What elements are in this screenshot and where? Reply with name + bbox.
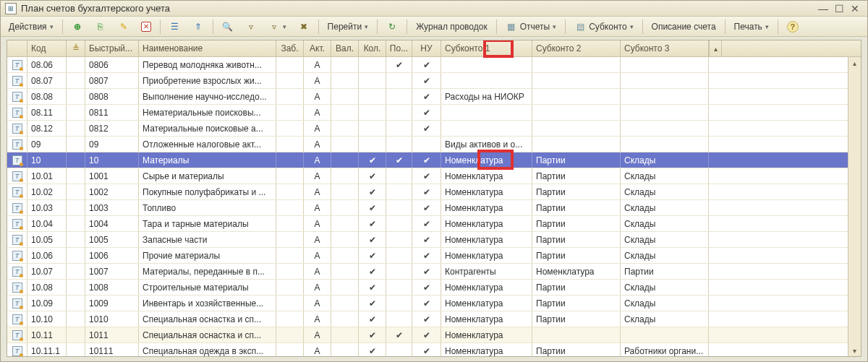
col-sort-indicator[interactable]: ≜ <box>67 40 85 56</box>
cell-subkonto2: Партии <box>532 168 621 184</box>
col-subkonto1[interactable]: Субконто 1 <box>441 40 532 56</box>
print-menu[interactable]: Печать ▾ <box>729 19 774 35</box>
minimize-button[interactable]: — <box>815 2 831 15</box>
level-up-button[interactable]: ⇑ <box>187 19 209 35</box>
col-name[interactable]: Наименование <box>139 40 276 56</box>
table-row[interactable]: T08.120812Материальные поисковые а...А✔ <box>7 121 861 137</box>
cell-subkonto1: Номенклатура <box>441 343 532 356</box>
cell-akt: А <box>304 232 331 247</box>
table-row[interactable]: T08.080808Выполнение научно-исследо...А✔… <box>7 89 861 105</box>
cell-zab <box>276 343 304 356</box>
cell-kol: ✔ <box>359 152 386 168</box>
cell-akt: А <box>304 200 331 215</box>
help-button[interactable]: ? <box>782 19 804 35</box>
close-button[interactable]: ✕ <box>847 2 863 15</box>
add-copy-button[interactable]: ⎘ <box>90 19 111 35</box>
cell-sort <box>67 73 85 88</box>
col-val[interactable]: Вал. <box>331 40 359 56</box>
hierarchy-button[interactable]: ☰ <box>164 19 186 35</box>
description-button[interactable]: Описание счета <box>647 19 721 35</box>
table-row[interactable]: T08.060806Перевод молодняка животн...А✔✔ <box>7 57 861 73</box>
col-fast[interactable]: Быстрый... <box>85 40 139 56</box>
find-button[interactable]: 🔍 <box>217 19 239 35</box>
col-kol[interactable]: Кол. <box>359 40 386 56</box>
col-nu[interactable]: НУ <box>412 40 441 56</box>
row-icon-cell: T <box>7 57 27 72</box>
cell-fast: 0808 <box>85 89 139 104</box>
maximize-button[interactable]: ☐ <box>831 2 847 15</box>
add-button[interactable]: ⊕ <box>67 19 88 35</box>
journal-button[interactable]: Журнал проводок <box>411 19 493 35</box>
cell-val <box>331 343 359 356</box>
cell-name: Строительные материалы <box>139 280 276 295</box>
table-row[interactable]: T10.021002Покупные полуфабрикаты и ...А✔… <box>7 184 861 200</box>
caret-icon: ▾ <box>553 23 556 30</box>
cell-subkonto3: Склады <box>621 248 709 263</box>
cell-fast: 0806 <box>85 57 139 72</box>
cell-subkonto3 <box>621 105 709 120</box>
table-row[interactable]: T10.051005Запасные частиА✔✔НоменклатураП… <box>7 232 861 248</box>
grid-body[interactable]: ▴ ▾ T08.060806Перевод молодняка животн..… <box>7 57 861 356</box>
cell-val <box>331 168 359 184</box>
cell-sort <box>67 121 85 136</box>
col-subkonto2[interactable]: Субконто 2 <box>532 40 621 56</box>
refresh-button[interactable]: ↻ <box>381 19 403 35</box>
cell-kod: 08.07 <box>27 73 67 88</box>
col-po[interactable]: По... <box>386 40 412 56</box>
cell-fast: 0811 <box>85 105 139 120</box>
edit-button[interactable]: ✎ <box>113 19 135 35</box>
scroll-up-icon[interactable]: ▴ <box>713 43 718 54</box>
actions-menu[interactable]: Действия ▾ <box>4 19 59 35</box>
cell-sort <box>67 137 85 152</box>
cell-akt: А <box>304 327 331 342</box>
cell-po <box>386 311 412 327</box>
col-zab[interactable]: Заб. <box>276 40 304 56</box>
scroll-down-button[interactable]: ▾ <box>848 345 860 356</box>
cell-nu: ✔ <box>412 232 441 247</box>
delete-button[interactable]: ✕ <box>136 19 156 35</box>
cell-akt: А <box>304 216 331 231</box>
cell-zab <box>276 168 304 184</box>
reports-menu[interactable]: ▦ Отчеты ▾ <box>501 19 561 35</box>
clear-filter-button[interactable]: ✖ <box>293 19 315 35</box>
table-row[interactable]: T10.061006Прочие материалыА✔✔Номенклатур… <box>7 248 861 264</box>
table-row[interactable]: T08.070807Приобретение взрослых жи...А✔ <box>7 73 861 89</box>
cell-subkonto2: Партии <box>532 232 621 247</box>
scroll-up-button[interactable]: ▴ <box>848 57 860 69</box>
table-row[interactable]: T10.081008Строительные материалыА✔✔Номен… <box>7 280 861 296</box>
cell-kol <box>359 105 386 120</box>
table-row[interactable]: T10.11.110111Специальная одежда в эксп..… <box>7 343 861 356</box>
col-icon[interactable] <box>7 40 27 56</box>
col-subkonto3[interactable]: Субконто 3 <box>621 40 709 56</box>
cell-sort <box>67 232 85 247</box>
cell-subkonto2: Партии <box>532 184 621 199</box>
table-row[interactable]: T10.111011Специальная оснастка и сп...А✔… <box>7 327 861 343</box>
subkonto-menu[interactable]: ▤ Субконто ▾ <box>569 19 638 35</box>
table-row[interactable]: T10.091009Инвентарь и хозяйственные...А✔… <box>7 296 861 311</box>
goto-menu[interactable]: Перейти ▾ <box>323 19 374 35</box>
cell-name: Приобретение взрослых жи... <box>139 73 276 88</box>
cell-subkonto1: Номенклатура <box>441 248 532 263</box>
table-row[interactable]: T0909Отложенные налоговые акт...АВиды ак… <box>7 137 861 152</box>
table-row[interactable]: T08.110811Нематериальные поисковы...А✔ <box>7 105 861 121</box>
filter-menu-button[interactable]: ▿▾ <box>263 19 292 35</box>
cell-kol: ✔ <box>359 264 386 279</box>
table-row[interactable]: T10.011001Сырье и материалыА✔✔Номенклату… <box>7 168 861 184</box>
cell-subkonto1: Номенклатура <box>441 168 532 184</box>
cell-val <box>331 105 359 120</box>
filter-button[interactable]: ▿ <box>240 19 262 35</box>
cell-po: ✔ <box>386 327 412 342</box>
cell-nu: ✔ <box>412 57 441 72</box>
col-akt[interactable]: Акт. <box>304 40 331 56</box>
col-kod[interactable]: Код <box>27 40 67 56</box>
table-row[interactable]: T10.041004Тара и тарные материалыА✔✔Номе… <box>7 216 861 232</box>
table-row[interactable]: T1010МатериалыА✔✔✔НоменклатураПартииСкла… <box>7 152 861 168</box>
table-row[interactable]: T10.101010Специальная оснастка и сп...А✔… <box>7 311 861 327</box>
plus-icon: ⊕ <box>72 21 83 33</box>
accounts-grid: Код ≜ Быстрый... Наименование Заб. Акт. … <box>7 40 861 357</box>
row-icon-cell: T <box>7 200 27 215</box>
cell-sort <box>67 89 85 104</box>
vertical-scrollbar[interactable]: ▴ ▾ <box>848 57 861 356</box>
table-row[interactable]: T10.071007Материалы, переданные в п...А✔… <box>7 264 861 280</box>
table-row[interactable]: T10.031003ТопливоА✔✔НоменклатураПартииСк… <box>7 200 861 216</box>
